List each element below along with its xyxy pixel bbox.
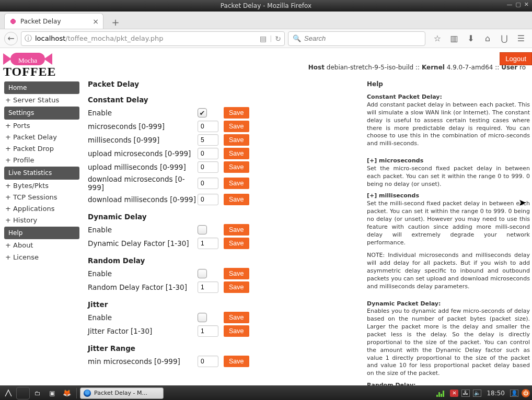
sidebar-item-about[interactable]: About [4,240,79,251]
library-icon[interactable]: ▥ [447,32,461,45]
sidebar-item-bytes-pkts[interactable]: Bytes/Pkts [4,180,79,192]
firefox-icon [3,2,10,9]
checkbox-random-enable[interactable] [198,269,207,278]
sidebar-item-ports[interactable]: Ports [4,120,79,132]
save-button[interactable]: Save [224,134,249,146]
tab-packet-delay[interactable]: Packet Delay × [4,13,103,29]
input-constant-4[interactable] [198,161,218,173]
tab-favicon-icon [9,17,17,26]
sidebar-group-settings[interactable]: Settings [4,107,79,119]
search-input[interactable] [304,34,421,42]
input-dynamic-1[interactable] [198,238,218,249]
save-button[interactable]: Save [224,121,249,132]
sidebar-item-server-status[interactable]: Server Status [4,95,79,106]
save-button[interactable]: Save [224,161,249,173]
save-button[interactable]: Save [224,194,249,205]
tray-network-icon[interactable]: 🖧 [461,390,470,397]
tray-activity-icon[interactable] [436,390,447,397]
tray-volume-icon[interactable]: 🔈 [473,390,481,397]
save-button[interactable]: Save [224,224,249,236]
tray-clock[interactable]: 18:50 [484,390,507,397]
help-paragraph: Enables you to dynamic add few micro-sec… [367,308,530,378]
input-random-1[interactable] [198,281,218,293]
input-constant-6[interactable] [198,194,218,205]
save-button[interactable]: Save [224,312,249,323]
start-menu-icon[interactable] [2,387,15,399]
back-button[interactable]: ← [4,32,18,45]
home-icon[interactable]: ⌂ [481,32,494,45]
checkbox-jitter-enable[interactable] [198,313,207,322]
reader-mode-icon[interactable]: ▤ [260,34,267,43]
sidebar-group-help[interactable]: Help [4,227,79,239]
input-constant-3[interactable] [198,148,218,159]
pocket-icon[interactable]: ⋃ [498,32,511,45]
help-heading: Dynamic Packet Delay: [367,300,530,308]
sidebar-item-profile[interactable]: Profile [4,155,79,166]
label: Enable [88,269,198,278]
save-button[interactable]: Save [224,178,249,189]
firefox-launcher-icon[interactable]: 🦊 [61,387,73,399]
help-heading: Constant Packet Delay: [367,93,530,101]
save-button[interactable]: Save [224,107,249,119]
label: Dynamic Delay Factor [1-30] [88,239,198,248]
brand-text: TOFFEE [3,65,84,79]
show-desktop-icon[interactable] [17,387,29,399]
label: upload microseconds [0-999] [88,149,198,158]
tab-bar: Packet Delay × + [0,11,532,29]
help-paragraph: Set the milli-second fixed packet delay … [367,200,530,246]
url-bar[interactable]: ⓘ localhost/toffee_mocha/pkt_delay.php ▤… [21,31,285,46]
tray-power-icon[interactable]: ⏻ [522,389,530,397]
checkbox-constant-enable[interactable] [198,108,207,117]
svg-marker-1 [44,53,52,65]
sidebar-item-tcp-sessions[interactable]: TCP Sessions [4,192,79,203]
minimize-icon[interactable]: — [506,1,512,8]
search-bar[interactable]: 🔍 [288,31,425,46]
window-titlebar: Packet Delay - Mozilla Firefox — ▢ ✕ [0,0,532,11]
task-title: Packet Delay - M... [94,390,147,396]
row-constant-4: upload milliseconds [0-999]Save [88,161,357,173]
file-manager-launcher-icon[interactable]: 🗀 [31,387,44,399]
reload-icon[interactable]: ↻ [275,34,281,43]
section-jrange: Jitter Range [88,344,357,352]
tray-error-icon[interactable]: ✕ [450,390,458,397]
sidebar-item-applications[interactable]: Applications [4,203,79,215]
sidebar-item-history[interactable]: History [4,215,79,226]
maximize-icon[interactable]: ▢ [515,1,521,8]
input-constant-5[interactable] [198,178,218,189]
close-icon[interactable]: ✕ [524,1,529,8]
tab-close-icon[interactable]: × [92,18,99,25]
row-constant-1: microseconds [0-999]Save [88,121,357,132]
new-tab-button[interactable]: + [109,15,122,29]
row-jrange-0: min microseconds [0-999]Save [88,356,357,367]
save-button[interactable]: Save [224,148,249,159]
row-constant-2: milliseconds [0-999]Save [88,134,357,146]
save-button[interactable]: Save [224,356,249,367]
sidebar-group-live-statistics[interactable]: Live Statistics [4,167,79,179]
input-constant-2[interactable] [198,134,218,146]
input-jrange-0[interactable] [198,356,218,367]
site-info-icon[interactable]: ⓘ [25,34,32,43]
task-firefox[interactable]: Packet Delay - M... [80,387,164,399]
taskbar: 🗀 ▣ 🦊 Packet Delay - M... ✕ 🖧 🔈 18:50 👤 … [0,385,532,400]
save-button[interactable]: Save [224,238,249,249]
save-button[interactable]: Save [224,281,249,293]
save-button[interactable]: Save [224,325,249,337]
sidebar-item-packet-drop[interactable]: Packet Drop [4,143,79,155]
sidebar-group-home[interactable]: Home [4,81,79,94]
sidebar: HomeServer StatusSettingsPortsPacket Del… [0,79,84,385]
checkbox-dynamic-enable[interactable] [198,225,207,234]
menu-icon[interactable]: ☰ [514,32,528,45]
downloads-icon[interactable]: ⬇ [464,32,478,45]
sidebar-item-packet-delay[interactable]: Packet Delay [4,132,79,143]
bookmark-star-icon[interactable]: ☆ [431,32,444,45]
save-button[interactable]: Save [224,268,249,279]
terminal-launcher-icon[interactable]: ▣ [46,387,59,399]
help-heading: [+] milliseconds [367,192,530,200]
host-info-line: Host debian-stretch-9-5-iso-build :: Ker… [308,51,527,71]
help-paragraph: NOTE: Individual microseconds and millis… [367,252,530,290]
input-jitter-1[interactable] [198,325,218,337]
logout-button[interactable]: Logout [500,52,532,65]
sidebar-item-license[interactable]: License [4,252,79,263]
tray-user-icon[interactable]: 👤 [510,390,518,397]
input-constant-1[interactable] [198,121,218,132]
